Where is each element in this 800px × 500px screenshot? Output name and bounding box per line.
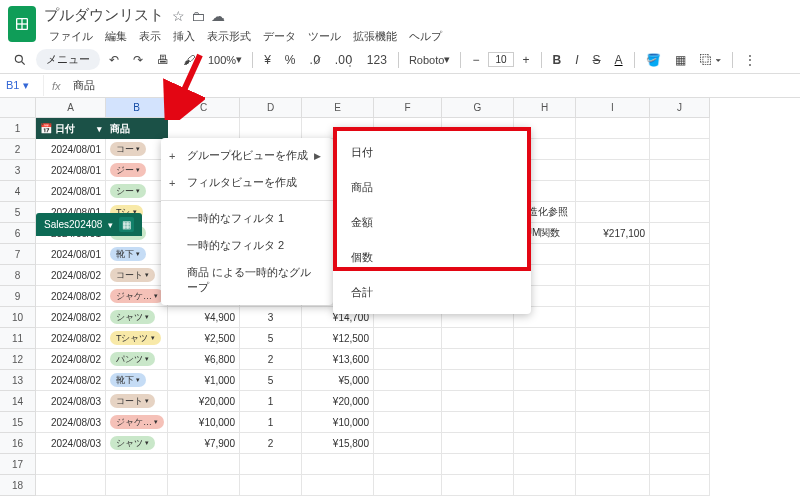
name-box[interactable]: B1 ▾ <box>0 75 44 96</box>
row-header[interactable]: 8 <box>0 265 36 286</box>
menu-temp-filter-2[interactable]: 一時的なフィルタ 2 <box>161 232 333 259</box>
col-header[interactable]: C <box>168 98 240 118</box>
cell[interactable]: シャツ▾ <box>106 433 168 454</box>
col-header[interactable]: J <box>650 98 710 118</box>
menu-temp-filter-1[interactable]: 一時的なフィルタ 1 <box>161 205 333 232</box>
merge-button[interactable]: ⿻ ▾ <box>695 50 726 70</box>
font-size-increase[interactable]: + <box>518 50 535 70</box>
cell[interactable]: 2024/08/03 <box>36 433 106 454</box>
cell[interactable]: 1 <box>240 412 302 433</box>
row-header[interactable]: 18 <box>0 475 36 496</box>
cell[interactable]: ¥10,000 <box>302 412 374 433</box>
cell[interactable]: 2024/08/01 <box>36 244 106 265</box>
cloud-icon[interactable]: ☁ <box>211 8 225 24</box>
italic-button[interactable]: I <box>570 50 583 70</box>
menu-create-filter-view[interactable]: +フィルタビューを作成 <box>161 169 333 196</box>
cell[interactable]: 2 <box>240 349 302 370</box>
row-header[interactable]: 2 <box>0 139 36 160</box>
cell[interactable]: ¥1,000 <box>168 370 240 391</box>
cell[interactable]: 2024/08/02 <box>36 307 106 328</box>
cell[interactable]: 3 <box>240 307 302 328</box>
cell[interactable]: ¥4,900 <box>168 307 240 328</box>
row-header[interactable]: 5 <box>0 202 36 223</box>
cell[interactable]: Tシャツ▾ <box>106 328 168 349</box>
cell[interactable]: 2024/08/02 <box>36 286 106 307</box>
cell[interactable]: ¥217,100 <box>576 223 650 244</box>
dropdown-chip[interactable]: パンツ▾ <box>110 352 155 366</box>
cell[interactable]: 2024/08/01 <box>36 160 106 181</box>
cell[interactable]: ¥6,800 <box>168 349 240 370</box>
more-toolbar-icon[interactable]: ⋮ <box>739 50 761 70</box>
cell[interactable]: 2024/08/02 <box>36 370 106 391</box>
menu-ヘルプ[interactable]: ヘルプ <box>404 27 447 46</box>
cell[interactable]: 2024/08/03 <box>36 391 106 412</box>
menu-ファイル[interactable]: ファイル <box>44 27 98 46</box>
row-header[interactable]: 12 <box>0 349 36 370</box>
dropdown-chip[interactable]: シャツ▾ <box>110 436 155 450</box>
dropdown-chip[interactable]: コート▾ <box>110 268 155 282</box>
font-size-input[interactable]: 10 <box>488 52 513 67</box>
row-header[interactable]: 4 <box>0 181 36 202</box>
dropdown-chip[interactable]: ジー▾ <box>110 163 146 177</box>
dropdown-chip[interactable]: シー▾ <box>110 184 146 198</box>
fill-color-button[interactable]: 🪣 <box>641 50 666 70</box>
text-color-button[interactable]: A <box>610 50 628 70</box>
dropdown-chip[interactable]: シャツ▾ <box>110 310 155 324</box>
row-header[interactable]: 17 <box>0 454 36 475</box>
row-header[interactable]: 1 <box>0 118 36 139</box>
row-header[interactable]: 6 <box>0 223 36 244</box>
search-icon[interactable] <box>8 50 32 70</box>
table-header-cell[interactable]: 📅 日付▾ <box>36 118 106 139</box>
submenu-item[interactable]: 個数 <box>333 240 531 275</box>
menu-データ[interactable]: データ <box>258 27 301 46</box>
cell[interactable]: ¥5,000 <box>302 370 374 391</box>
bold-button[interactable]: B <box>548 50 567 70</box>
cell[interactable]: 靴下▾ <box>106 370 168 391</box>
menu-表示形式[interactable]: 表示形式 <box>202 27 256 46</box>
table-options-icon[interactable]: ▦ <box>119 217 134 232</box>
cell[interactable]: シャツ▾ <box>106 307 168 328</box>
menu-create-group-view[interactable]: +グループ化ビューを作成▶ <box>161 142 333 169</box>
formula-bar[interactable]: 商品 <box>69 74 99 97</box>
percent-button[interactable]: % <box>280 50 301 70</box>
row-header[interactable]: 7 <box>0 244 36 265</box>
row-header[interactable]: 15 <box>0 412 36 433</box>
cell[interactable]: パンツ▾ <box>106 349 168 370</box>
submenu-item[interactable]: 日付 <box>333 135 531 170</box>
cell[interactable]: 5 <box>240 370 302 391</box>
col-header[interactable]: B <box>106 98 168 118</box>
cell[interactable]: 2024/08/01 <box>36 139 106 160</box>
cell[interactable]: コー▾ <box>106 139 168 160</box>
table-tab[interactable]: Sales202408▾ ▦ <box>36 213 142 236</box>
submenu-item[interactable]: 金額 <box>333 205 531 240</box>
row-header[interactable]: 11 <box>0 328 36 349</box>
cell[interactable]: ジャケ…▾ <box>106 286 168 307</box>
menu-ツール[interactable]: ツール <box>303 27 346 46</box>
table-header-cell[interactable]: 商品 <box>106 118 168 139</box>
undo-icon[interactable]: ↶ <box>104 50 124 70</box>
col-header[interactable]: D <box>240 98 302 118</box>
dropdown-chip[interactable]: ジャケ…▾ <box>110 415 164 429</box>
cell[interactable]: ¥10,000 <box>168 412 240 433</box>
strike-button[interactable]: S <box>588 50 606 70</box>
col-header[interactable]: E <box>302 98 374 118</box>
cell[interactable]: ¥20,000 <box>302 391 374 412</box>
menu-表示[interactable]: 表示 <box>134 27 166 46</box>
col-header[interactable]: G <box>442 98 514 118</box>
row-header[interactable]: 16 <box>0 433 36 454</box>
cell[interactable]: 2 <box>240 433 302 454</box>
col-header[interactable]: F <box>374 98 442 118</box>
font-size-decrease[interactable]: − <box>467 50 484 70</box>
row-header[interactable]: 9 <box>0 286 36 307</box>
dropdown-chip[interactable]: コー▾ <box>110 142 146 156</box>
col-header[interactable]: A <box>36 98 106 118</box>
cell[interactable]: ジャケ…▾ <box>106 412 168 433</box>
decrease-decimal-button[interactable]: .0̷ <box>305 50 326 70</box>
cell[interactable]: 2024/08/03 <box>36 412 106 433</box>
cell[interactable]: ¥2,500 <box>168 328 240 349</box>
menu-拡張機能[interactable]: 拡張機能 <box>348 27 402 46</box>
currency-button[interactable]: ¥ <box>259 50 276 70</box>
dropdown-chip[interactable]: Tシャツ▾ <box>110 331 161 345</box>
col-header[interactable]: I <box>576 98 650 118</box>
cell[interactable]: コート▾ <box>106 391 168 412</box>
